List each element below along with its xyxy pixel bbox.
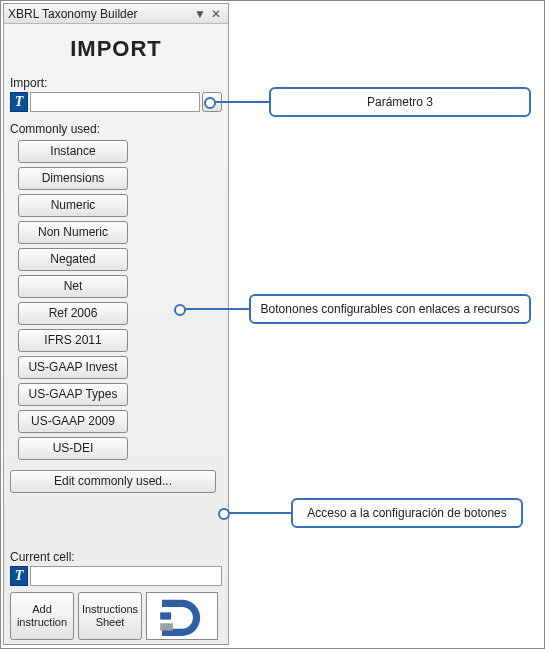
svg-rect-0 xyxy=(160,612,171,619)
commonly-used-button[interactable]: US-GAAP 2009 xyxy=(18,410,128,433)
callout-connector xyxy=(181,308,249,310)
add-instruction-button[interactable]: Add instruction xyxy=(10,592,74,640)
panel-titlebar: XBRL Taxonomy Builder ▼ ✕ xyxy=(4,4,228,24)
text-type-icon: T xyxy=(10,566,28,586)
panel-menu-dropdown-icon[interactable]: ▼ xyxy=(192,7,208,21)
commonly-used-button[interactable]: US-DEI xyxy=(18,437,128,460)
text-type-icon: T xyxy=(10,92,28,112)
import-input[interactable] xyxy=(30,92,200,112)
panel-body: IMPORT Import: T Commonly used: Instance… xyxy=(4,24,228,497)
callout-config-access: Acceso a la configuración de botones xyxy=(291,498,523,528)
panel-title: XBRL Taxonomy Builder xyxy=(8,7,192,21)
commonly-used-button[interactable]: Negated xyxy=(18,248,128,271)
commonly-used-button[interactable]: Instance xyxy=(18,140,128,163)
commonly-used-buttons: InstanceDimensionsNumericNon NumericNega… xyxy=(10,140,222,460)
commonly-used-button[interactable]: Dimensions xyxy=(18,167,128,190)
svg-rect-1 xyxy=(160,623,173,630)
close-icon[interactable]: ✕ xyxy=(208,7,224,21)
commonly-used-label: Commonly used: xyxy=(10,122,222,136)
page-title: IMPORT xyxy=(10,36,222,62)
instructions-sheet-button[interactable]: Instructions Sheet xyxy=(78,592,142,640)
commonly-used-button[interactable]: IFRS 2011 xyxy=(18,329,128,352)
company-logo-icon xyxy=(154,596,210,636)
import-row: T xyxy=(10,92,222,112)
callout-parameter: Parámetro 3 xyxy=(269,87,531,117)
commonly-used-button[interactable]: Numeric xyxy=(18,194,128,217)
current-cell-label: Current cell: xyxy=(10,550,222,564)
bottom-buttons: Add instruction Instructions Sheet xyxy=(10,592,222,640)
edit-commonly-used-button[interactable]: Edit commonly used... xyxy=(10,470,216,493)
import-label: Import: xyxy=(10,76,222,90)
callout-connector xyxy=(225,512,291,514)
commonly-used-button[interactable]: Net xyxy=(18,275,128,298)
commonly-used-button[interactable]: Ref 2006 xyxy=(18,302,128,325)
taxonomy-builder-panel: XBRL Taxonomy Builder ▼ ✕ IMPORT Import:… xyxy=(3,3,229,645)
commonly-used-button[interactable]: US-GAAP Types xyxy=(18,383,128,406)
bottom-area: Current cell: T Add instruction Instruct… xyxy=(10,550,222,640)
commonly-used-button[interactable]: US-GAAP Invest xyxy=(18,356,128,379)
callout-connector xyxy=(211,101,269,103)
callout-configurable-buttons: Botonones configurables con enlaces a re… xyxy=(249,294,531,324)
commonly-used-button[interactable]: Non Numeric xyxy=(18,221,128,244)
current-cell-row: T xyxy=(10,566,222,586)
current-cell-input[interactable] xyxy=(30,566,222,586)
logo xyxy=(146,592,218,640)
